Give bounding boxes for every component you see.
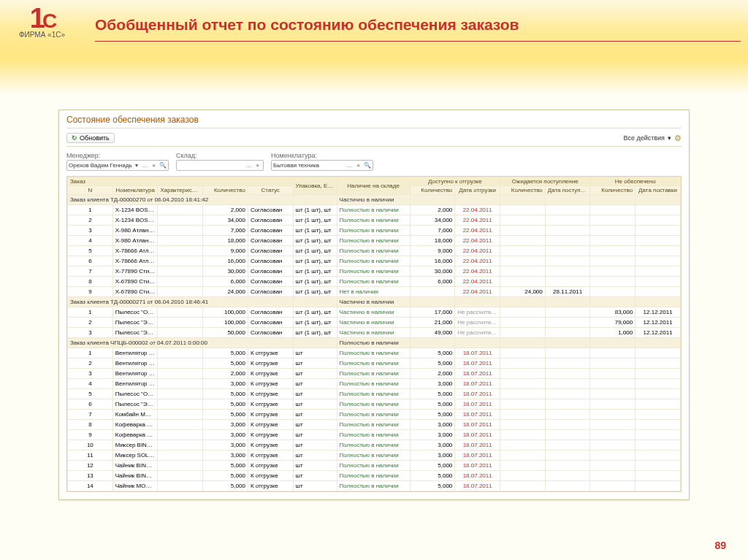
- table-row[interactable]: 5 X-78666 Атлант Холодильный … 9,000 Сог…: [68, 246, 681, 256]
- cell-adate: Не рассчитана: [455, 307, 500, 318]
- cell-aqty: 5,000: [410, 348, 455, 358]
- warehouse-input[interactable]: … ×: [176, 160, 264, 171]
- cell-ndate: [636, 256, 681, 266]
- cell-aqty: 3,000: [410, 379, 455, 389]
- ellipsis-icon[interactable]: …: [245, 161, 253, 169]
- report-table-wrap: Заказ Упаковка, Ед. изм. Наличие на скла…: [66, 176, 682, 492]
- cell-nom: X-67890 Стинол Завод бытово…: [112, 287, 158, 297]
- group-row[interactable]: Заказ клиента ТД-00000270 от 06.04.2010 …: [68, 195, 681, 205]
- cell-edate: [545, 328, 590, 338]
- table-row[interactable]: 8 Кофеварка BRAUN KF22R 3,000 К отгрузке…: [68, 420, 681, 430]
- cell-eqty: [500, 318, 546, 328]
- table-row[interactable]: 10 Миксер BINATONE HM 212,6 с… 3,000 К о…: [68, 440, 681, 450]
- manager-input[interactable]: Орехов Вадим Геннадьевич ▾ … × 🔍: [66, 160, 169, 171]
- cell-avail: Полностью в наличии: [337, 348, 410, 358]
- cell-eqty: [500, 226, 546, 236]
- table-row[interactable]: 5 Пылесос "Омега" 1250вт 5,000 К отгрузк…: [68, 389, 681, 399]
- table-row[interactable]: 6 X-78666 Атлант Холодильный … 16,000 Со…: [68, 256, 681, 266]
- cell-ndate: [636, 461, 681, 471]
- toolbar: ↻ Обновить Все действия ▾ ⚙: [66, 131, 682, 145]
- cell-eqty: [500, 348, 546, 358]
- clear-icon[interactable]: ×: [354, 161, 362, 169]
- cell-char: [158, 461, 203, 471]
- cell-qty: 18,000: [203, 236, 248, 246]
- table-row[interactable]: 3 Пылесос "Энергия-SANYO" 50,000 Согласо…: [68, 328, 681, 338]
- ellipsis-icon[interactable]: …: [346, 161, 354, 169]
- cell-avail: Полностью в наличии: [337, 205, 410, 215]
- cell-n: 3: [68, 328, 113, 338]
- cell-ndate: [636, 358, 681, 369]
- table-row[interactable]: 1 X-1234 BOSCH Завод бытовой… 2,000 Согл…: [68, 205, 681, 215]
- cell-pack: шт (1 шт), шт: [293, 226, 337, 236]
- cell-eqty: 24,000: [500, 287, 546, 297]
- cell-status: Согласован: [248, 318, 293, 328]
- table-row[interactable]: 8 X-67890 Стинол Завод бытово… 6,000 Сог…: [68, 277, 681, 287]
- slide-title: Обобщенный отчет по состоянию обеспечени…: [95, 16, 519, 34]
- table-row[interactable]: 12 Чайник BINATONE AEJ-1001,… 5,000 К от…: [68, 461, 681, 471]
- cell-adate: 18.07.2011: [455, 369, 500, 379]
- cell-char: [158, 358, 203, 369]
- cell-avail: Частично в наличии: [337, 307, 410, 318]
- cell-nqty: [590, 440, 636, 450]
- table-row[interactable]: 7 Комбайн MOULINEX A77 4C 5,000 К отгруз…: [68, 410, 681, 420]
- cell-nom: Вентилятор BINATONE ALPIN…: [112, 348, 158, 358]
- cell-adate: 18.07.2011: [455, 481, 500, 491]
- cell-eqty: [500, 369, 546, 379]
- clear-icon[interactable]: ×: [253, 161, 262, 169]
- cell-status: Согласован: [248, 287, 293, 297]
- cell-n: 2: [68, 358, 113, 369]
- table-row[interactable]: 9 Кофеварка JACOBS (Австрия) 3,000 К отг…: [68, 430, 681, 440]
- cell-avail: Полностью в наличии: [337, 471, 410, 481]
- cell-eqty: [500, 450, 546, 461]
- clear-icon[interactable]: ×: [150, 161, 158, 169]
- cell-nom: X-980 Атлант Холодильный ко…: [112, 236, 158, 246]
- table-row[interactable]: 3 Вентилятор оконный 2,000 К отгрузке шт…: [68, 369, 681, 379]
- cell-char: [158, 236, 203, 246]
- cell-eqty: [500, 307, 546, 318]
- cell-aqty: 7,000: [410, 226, 455, 236]
- chevron-down-icon[interactable]: ▾: [132, 161, 140, 169]
- table-row[interactable]: 2 Пылесос "Электросила" 100,000 Согласов…: [68, 318, 681, 328]
- cell-status: Согласован: [248, 236, 293, 246]
- table-row[interactable]: 3 X-980 Атлант Холодильный ко… 7,000 Сог…: [68, 226, 681, 236]
- table-row[interactable]: 2 X-1234 BOSCH Завод бытовой… 34,000 Сог…: [68, 215, 681, 226]
- cell-nqty: [590, 287, 636, 297]
- search-icon[interactable]: 🔍: [159, 161, 167, 169]
- cell-adate: 18.07.2011: [455, 420, 500, 430]
- table-row[interactable]: 1 Пылесос "Омега" 1250вт 100,000 Согласо…: [68, 307, 681, 318]
- cell-status: Согласован: [248, 246, 293, 256]
- gear-icon[interactable]: ⚙: [674, 134, 682, 143]
- cell-pack: шт (1 шт), шт: [293, 266, 337, 277]
- group-row[interactable]: Заказ клиента ТД-00000271 от 06.04.2010 …: [68, 297, 681, 307]
- cell-pack: шт: [293, 430, 337, 440]
- cell-aqty: 16,000: [410, 256, 455, 266]
- cell-pack: шт: [293, 410, 337, 420]
- cell-nqty: [590, 481, 636, 491]
- table-row[interactable]: 2 Вентилятор настольный 5,000 К отгрузке…: [68, 358, 681, 369]
- table-row[interactable]: 7 X-77890 Стинол 101 Завод быт… 30,000 С…: [68, 266, 681, 277]
- cell-adate: 18.07.2011: [455, 461, 500, 471]
- table-row[interactable]: 9 X-67890 Стинол Завод бытово… 24,000 Со…: [68, 287, 681, 297]
- cell-ndate: [636, 471, 681, 481]
- group-row[interactable]: Заказ клиента ЧПЦБ-000002 от 04.07.2011 …: [68, 338, 681, 348]
- table-row[interactable]: 4 X-980 Атлант Холодильный ко… 18,000 Со…: [68, 236, 681, 246]
- cell-qty: 5,000: [203, 471, 248, 481]
- table-row[interactable]: 13 Чайник BINATONE EWK-3000,… 5,000 К от…: [68, 471, 681, 481]
- refresh-button[interactable]: ↻ Обновить: [66, 133, 115, 143]
- cell-adate: 18.07.2011: [455, 440, 500, 450]
- table-row[interactable]: 1 Вентилятор BINATONE ALPIN… 5,000 К отг…: [68, 348, 681, 358]
- cell-edate: [545, 236, 590, 246]
- table-row[interactable]: 6 Пылесос "Электросила" 5,000 К отгрузке…: [68, 399, 681, 410]
- cell-pack: шт: [293, 379, 337, 389]
- all-actions-menu[interactable]: Все действия ▾ ⚙: [623, 134, 682, 143]
- nomen-input[interactable]: Бытовая техника … × 🔍: [271, 160, 373, 171]
- cell-eqty: [500, 481, 546, 491]
- table-row[interactable]: 11 Миксер SOLAC мод.545 3,000 К отгрузке…: [68, 450, 681, 461]
- cell-nom: Пылесос "Омега" 1250вт: [112, 389, 158, 399]
- cell-adate: Не рассчитана: [455, 318, 500, 328]
- search-icon[interactable]: 🔍: [363, 161, 371, 169]
- ellipsis-icon[interactable]: …: [141, 161, 149, 169]
- table-row[interactable]: 14 Чайник MOULINEX L 1,3 5,000 К отгрузк…: [68, 481, 681, 491]
- cell-adate: 22.04.2011: [455, 246, 500, 256]
- table-row[interactable]: 4 Вентилятор ОРБИТА,STERLIN… 3,000 К отг…: [68, 379, 681, 389]
